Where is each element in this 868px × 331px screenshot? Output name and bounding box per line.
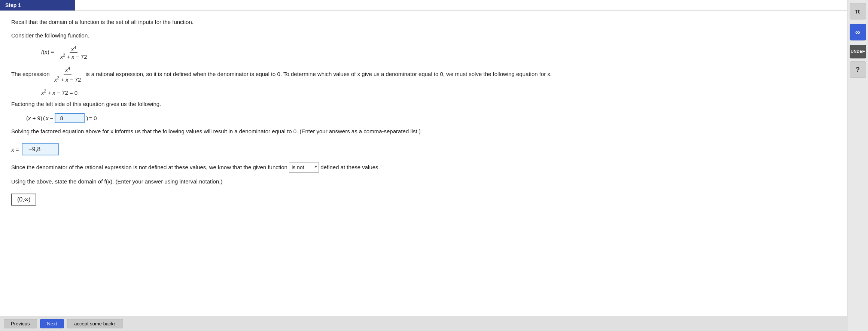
expr-denominator: x2 + x − 72 bbox=[53, 75, 83, 84]
function-denominator: x2 + x − 72 bbox=[59, 53, 89, 60]
pi-button[interactable]: π bbox=[850, 3, 866, 19]
bottom-bar: Previous Next accept some back↑ bbox=[0, 316, 847, 331]
since-suffix: defined at these values. bbox=[320, 164, 380, 170]
accept-button[interactable]: accept some back↑ bbox=[67, 319, 123, 328]
factored-open: (x + 9) bbox=[26, 115, 42, 121]
function-numerator: x4 bbox=[70, 45, 77, 53]
step-label: Step 1 bbox=[5, 2, 21, 8]
domain-answer-row: (0,∞) bbox=[11, 191, 836, 209]
since-sentence: Since the denominator of the rational ex… bbox=[11, 162, 836, 173]
factored-paren-close: ) bbox=[86, 115, 88, 121]
expression-fraction: x4 x2 + x − 72 bbox=[53, 65, 83, 84]
step-header: Step 1 bbox=[0, 0, 75, 10]
function-fraction: x4 x2 + x − 72 bbox=[59, 45, 89, 60]
domain-prompt: Using the above, state the domain of f(x… bbox=[11, 177, 836, 186]
factored-answer-box[interactable]: 8 bbox=[55, 113, 85, 123]
next-button[interactable]: Next bbox=[40, 319, 64, 328]
domain-answer-box[interactable]: (0,∞) bbox=[11, 194, 36, 206]
x-label: x = bbox=[11, 146, 19, 153]
infinity-button[interactable]: ∞ bbox=[850, 24, 866, 40]
sidebar-right: π ∞ UN DEF ? bbox=[847, 0, 868, 331]
factored-equals: = 0 bbox=[89, 115, 97, 121]
content-area: Recall that the domain of a function is … bbox=[0, 11, 847, 220]
question-button[interactable]: ? bbox=[850, 61, 866, 78]
factored-equation: (x + 9) ( x − 8 ) = 0 bbox=[26, 113, 836, 123]
main-content: Step 1 Recall that the domain of a funct… bbox=[0, 0, 847, 331]
since-prefix: Since the denominator of the rational ex… bbox=[11, 164, 287, 170]
expression-prefix: The expression bbox=[11, 71, 50, 77]
factored-paren-open: ( bbox=[43, 115, 45, 121]
function-formula: f(x) = x4 x2 + x − 72 bbox=[41, 45, 836, 60]
previous-button[interactable]: Previous bbox=[4, 319, 37, 328]
undef-line1: UN bbox=[851, 49, 857, 54]
equation-display: x2 + x − 72 = 0 bbox=[41, 89, 836, 96]
solving-text: Solving the factored equation above for … bbox=[11, 127, 836, 136]
consider-text: Consider the following function. bbox=[11, 31, 836, 40]
x-answer-row: x = −9,8 bbox=[11, 140, 836, 158]
recall-text: Recall that the domain of a function is … bbox=[11, 18, 836, 27]
factored-x: x − bbox=[46, 115, 53, 121]
function-label: f(x) = bbox=[41, 49, 54, 55]
undef-line2: DEF bbox=[856, 49, 865, 54]
is-not-dropdown[interactable]: is not bbox=[289, 162, 319, 173]
undef-button[interactable]: UN DEF bbox=[850, 45, 866, 58]
expression-suffix: is a rational expression, so it is not d… bbox=[86, 71, 552, 77]
factoring-text: Factoring the left side of this equation… bbox=[11, 100, 836, 109]
expression-paragraph: The expression x4 x2 + x − 72 is a ratio… bbox=[11, 65, 836, 84]
expr-numerator: x4 bbox=[64, 65, 71, 75]
x-answer-box[interactable]: −9,8 bbox=[22, 143, 59, 155]
